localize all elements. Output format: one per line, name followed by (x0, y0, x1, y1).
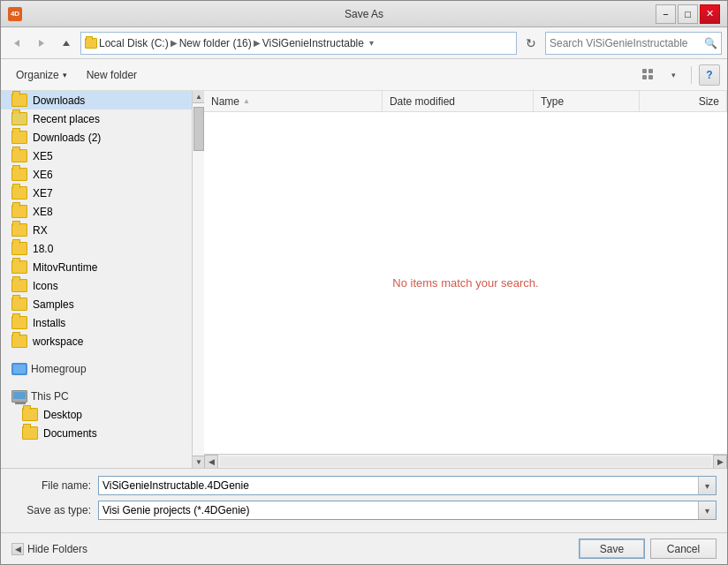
hide-folders-button[interactable]: ◀ Hide Folders (11, 543, 87, 555)
footer-actions: Save Cancel (579, 539, 717, 559)
filename-dropdown-arrow[interactable]: ▾ (698, 477, 716, 494)
dialog-title: Save As (345, 8, 383, 20)
sidebar-item-xe7[interactable]: XE7 (1, 184, 192, 202)
view-button[interactable] (638, 64, 659, 86)
sort-arrow: ▲ (243, 97, 250, 105)
help-button[interactable]: ? (699, 64, 720, 86)
svg-marker-0 (14, 40, 19, 47)
folder-icon (11, 205, 27, 218)
svg-rect-3 (642, 69, 647, 73)
column-header-size[interactable]: Size (640, 91, 727, 111)
scroll-left-arrow[interactable]: ◀ (204, 455, 218, 469)
folder-icon (11, 168, 27, 181)
sidebar-item-mitovruntime[interactable]: MitovRuntime (1, 258, 192, 276)
up-icon (62, 39, 71, 48)
sidebar-item-recent-places[interactable]: Recent places (1, 109, 192, 128)
sidebar-item-homegroup[interactable]: Homegroup (1, 358, 192, 378)
folder-icon (11, 298, 27, 311)
sidebar: Downloads Recent places Downloads (2) XE… (1, 91, 192, 468)
filename-row: File name: ▾ (11, 476, 717, 495)
title-bar-left: 4D (8, 7, 22, 21)
savetype-row: Save as type: ▾ (11, 501, 717, 520)
sidebar-item-samples[interactable]: Samples (1, 295, 192, 313)
maximize-button[interactable]: □ (678, 4, 698, 24)
save-button[interactable]: Save (579, 539, 645, 559)
file-list: Name ▲ Date modified Type Size No items … (204, 91, 727, 468)
column-header-name[interactable]: Name ▲ (204, 91, 383, 111)
address-path[interactable]: Local Disk (C:) ▶ New folder (16) ▶ ViSi… (80, 32, 517, 55)
app-icon: 4D (8, 7, 22, 21)
minimize-button[interactable]: − (656, 4, 676, 24)
search-box[interactable]: 🔍 (545, 32, 722, 55)
title-controls: − □ ✕ (656, 4, 720, 24)
scroll-right-arrow[interactable]: ▶ (713, 455, 727, 469)
column-header-type[interactable]: Type (534, 91, 640, 111)
back-button[interactable] (6, 33, 27, 54)
close-button[interactable]: ✕ (700, 4, 720, 24)
folder-icon (11, 260, 27, 274)
path-current: ViSiGenieInstructable (262, 37, 364, 49)
sidebar-item-xe6[interactable]: XE6 (1, 165, 192, 184)
forward-button[interactable] (31, 33, 52, 54)
scroll-up-arrow[interactable]: ▲ (193, 91, 204, 103)
chevron-left-icon: ◀ (11, 543, 24, 555)
view-dropdown-button[interactable]: ▾ (663, 64, 684, 86)
sidebar-wrapper: Downloads Recent places Downloads (2) XE… (1, 91, 204, 468)
folder-icon (11, 223, 27, 237)
toolbar: Organize ▾ New folder ▾ ? (1, 59, 727, 91)
cancel-button[interactable]: Cancel (650, 539, 717, 559)
filename-combo[interactable]: ▾ (98, 476, 717, 495)
filename-input[interactable] (98, 476, 717, 495)
savetype-input[interactable] (98, 501, 717, 520)
new-folder-button[interactable]: New folder (79, 64, 145, 87)
sidebar-item-icons[interactable]: Icons (1, 276, 192, 295)
sidebar-item-xe5[interactable]: XE5 (1, 147, 192, 165)
sidebar-item-this-pc[interactable]: This PC (1, 385, 192, 405)
sidebar-item-rx[interactable]: RX (1, 221, 192, 239)
svg-rect-4 (648, 69, 653, 73)
view-icon (642, 69, 655, 81)
horizontal-scrollbar[interactable]: ◀ ▶ (204, 454, 727, 468)
folder-icon (11, 131, 27, 144)
refresh-button[interactable]: ↻ (520, 33, 542, 54)
sidebar-scrollbar[interactable]: ▲ ▼ (192, 91, 204, 468)
forward-icon (37, 39, 46, 48)
scroll-track[interactable] (193, 103, 204, 456)
folder-icon (11, 335, 27, 348)
network-icon (11, 363, 27, 375)
path-local-disk: Local Disk (C:) ▶ (99, 37, 178, 49)
svg-marker-2 (63, 41, 70, 46)
sidebar-item-xe8[interactable]: XE8 (1, 202, 192, 221)
search-icon[interactable]: 🔍 (704, 37, 717, 49)
scroll-down-arrow[interactable]: ▼ (193, 456, 204, 468)
sidebar-item-180[interactable]: 18.0 (1, 239, 192, 258)
savetype-combo[interactable]: ▾ (98, 501, 717, 520)
path-new-folder: New folder (16) ▶ (179, 37, 261, 49)
scroll-thumb[interactable] (193, 107, 204, 151)
folder-icon (11, 149, 27, 162)
path-dropdown-arrow[interactable]: ▾ (369, 38, 374, 48)
bottom-section: File name: ▾ Save as type: ▾ (1, 468, 727, 532)
column-header-date[interactable]: Date modified (383, 91, 534, 111)
sidebar-item-desktop[interactable]: Desktop (1, 405, 192, 424)
sidebar-item-workspace[interactable]: workspace (1, 332, 192, 350)
svg-rect-5 (642, 75, 647, 79)
folder-icon (22, 408, 38, 421)
file-list-header: Name ▲ Date modified Type Size (204, 91, 727, 112)
folder-icon (22, 426, 38, 440)
savetype-dropdown-arrow[interactable]: ▾ (698, 501, 716, 519)
sidebar-item-documents[interactable]: Documents (1, 424, 192, 442)
back-icon (12, 39, 21, 48)
svg-marker-1 (39, 40, 44, 47)
sidebar-item-downloads2[interactable]: Downloads (2) (1, 128, 192, 147)
title-bar: 4D Save As − □ ✕ (1, 1, 727, 27)
search-input[interactable] (550, 37, 701, 49)
h-scroll-track[interactable] (220, 456, 711, 467)
svg-rect-6 (648, 75, 653, 79)
up-button[interactable] (56, 33, 77, 54)
sidebar-item-downloads[interactable]: Downloads (1, 91, 192, 109)
filename-label: File name: (11, 479, 91, 492)
sidebar-item-installs[interactable]: Installs (1, 313, 192, 332)
savetype-label: Save as type: (11, 504, 91, 516)
organize-button[interactable]: Organize ▾ (8, 64, 75, 87)
